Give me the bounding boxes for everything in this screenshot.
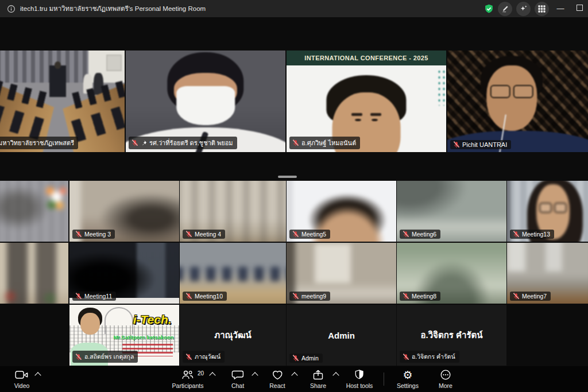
more-button[interactable]: More (439, 369, 452, 389)
video-tile-meeting9[interactable]: meeting9 (287, 243, 396, 304)
settings-label: Settings (397, 382, 419, 389)
participant-name-tag: Pichit UANTRAI (450, 140, 511, 149)
meeting-window: itech1.tru มหาวิทยาลัยราชภัฏเทพสตรี's Pe… (0, 0, 588, 392)
participant-name: Meeting10 (195, 293, 223, 300)
podium-decor (49, 65, 67, 97)
video-tile-meeting4[interactable]: Meeting 4 (180, 181, 286, 242)
lens-decor (554, 203, 567, 213)
more-label: More (439, 382, 452, 389)
shield-icon (354, 369, 365, 381)
pencil-icon (501, 5, 509, 13)
video-tile-phanuwat[interactable]: ภาณุวัฒน์ ภาณุวัฒน์ (180, 305, 286, 366)
react-menu-chevron[interactable] (291, 372, 297, 378)
react-button[interactable]: React (269, 369, 285, 389)
video-tile-conference[interactable]: INTERNATIONAL CONFERENCE - 2025 อ.ศุภวิษ… (287, 51, 446, 152)
video-tile-meeting7[interactable]: Meeting7 (507, 243, 588, 304)
video-button[interactable]: Video (14, 369, 30, 389)
video-tile-meeting10[interactable]: Meeting10 (180, 243, 286, 304)
eye-decor (355, 119, 362, 121)
participant-name-tag: Meeting7 (510, 292, 551, 301)
muted-mic-icon (75, 231, 82, 238)
video-blur-decor (0, 243, 68, 304)
annotate-button[interactable] (498, 2, 512, 16)
control-toolbar: Video Participants 20 Chat React (0, 366, 588, 392)
video-tile-meeting11[interactable]: Meeting11 (69, 243, 179, 304)
pin-icon (141, 140, 147, 146)
title-bar-right: — (484, 0, 587, 17)
video-label: Video (14, 382, 30, 389)
participant-name: Meeting6 (412, 231, 436, 238)
participant-name: Admin (301, 355, 319, 362)
muted-mic-icon (403, 231, 409, 238)
restore-button[interactable] (572, 0, 587, 17)
title-bar-left: itech1.tru มหาวิทยาลัยราชภัฏเทพสตรี's Pe… (7, 3, 206, 14)
share-button[interactable]: Share (310, 369, 326, 389)
window-decor (106, 55, 122, 71)
participant-name: Meeting11 (84, 293, 112, 300)
participants-icon (181, 369, 194, 381)
video-tile-wijitkorn[interactable]: อ.วิจิตกร คำรัตน์ อ.วิจิตกร คำรัตน์ (397, 305, 506, 366)
participant-name: meeting9 (301, 293, 326, 300)
share-menu-chevron[interactable] (332, 372, 339, 378)
muted-mic-icon (292, 293, 299, 300)
more-ellipsis-icon (440, 369, 451, 381)
gear-icon: ⚙ (403, 369, 412, 381)
itech-logo-text: i-Tech. (133, 313, 172, 327)
participants-menu-chevron[interactable] (209, 372, 215, 378)
chat-bubble-icon (231, 369, 244, 381)
muted-mic-icon (75, 293, 82, 300)
eyebrow-decor (351, 113, 362, 116)
host-tools-button[interactable]: Host tools (346, 369, 373, 389)
video-tile-partial-flowers[interactable] (0, 181, 68, 242)
video-tile-meeting5[interactable]: Meeting5 (287, 181, 396, 242)
flowers-video (0, 181, 68, 242)
eye-decor (372, 119, 378, 121)
participants-label: Participants (172, 382, 204, 389)
share-label: Share (310, 382, 326, 389)
gallery-view-button[interactable] (535, 2, 549, 16)
participant-name-tag: อ.วิจิตกร คำรัตน์ (400, 351, 459, 363)
video-tile-meeting6[interactable]: Meeting6 (397, 181, 506, 242)
video-tile-meeting8[interactable]: Meeting8 (397, 243, 506, 304)
muted-mic-icon (403, 354, 409, 360)
video-tile-meeting3[interactable]: Meeting 3 (69, 181, 179, 242)
muted-mic-icon (513, 293, 520, 300)
participant-name: มหาวิทยาลัยราชภัฏเทพสตรี (0, 138, 74, 148)
participant-name: อ.วิจิตกร คำรัตน์ (412, 352, 455, 362)
participant-name: อ.ศุภวิษฐ์ ไหมอนันต์ (301, 138, 356, 148)
participant-name: ภาณุวัฒน์ (195, 352, 220, 362)
lens-decor (490, 85, 510, 98)
pichit-video (447, 51, 588, 152)
eyeglasses-decor (490, 85, 533, 98)
participant-name-tag: Admin (289, 354, 323, 363)
lens-decor (513, 85, 533, 98)
settings-button[interactable]: ⚙ Settings (397, 369, 419, 389)
info-icon[interactable] (7, 5, 16, 13)
participant-name-tag: รศ.ว่าที่ร้อยตรี ดร.ชูชาติ พยอม (129, 137, 237, 149)
security-shield-icon[interactable] (484, 4, 494, 14)
participant-name-tag: Meeting11 (72, 292, 116, 301)
video-menu-chevron[interactable] (34, 372, 41, 378)
chat-menu-chevron[interactable] (252, 372, 258, 378)
video-tile-partial-room[interactable] (0, 243, 68, 304)
minimize-button[interactable]: — (553, 0, 568, 17)
gallery-resize-handle[interactable] (278, 176, 297, 178)
video-tile-chuchat[interactable]: รศ.ว่าที่ร้อยตรี ดร.ชูชาติ พยอม (126, 51, 285, 152)
toolbar-divider (384, 372, 384, 386)
host-tools-label: Host tools (346, 382, 373, 389)
ai-companion-button[interactable] (516, 2, 531, 16)
person-face (80, 313, 100, 335)
video-tile-admin[interactable]: Admin Admin (287, 305, 396, 366)
video-tile-pichit[interactable]: Pichit UANTRAI (447, 51, 588, 152)
participant-name-tag: อ.สถิตย์พร เกตุสกุล (72, 351, 138, 363)
participant-name-tag: Meeting10 (183, 292, 227, 301)
muted-mic-icon (131, 139, 138, 146)
participant-name: อ.สถิตย์พร เกตุสกุล (84, 352, 134, 362)
video-tile-meeting13[interactable]: Meeting13 (507, 181, 588, 242)
calendar-dots-decor (437, 69, 446, 106)
video-blur-decor (447, 51, 588, 152)
person-silhouette (55, 61, 61, 69)
chat-button[interactable]: Chat (231, 369, 244, 389)
video-tile-satitporn[interactable]: i-Tech. Mr.Satitporn ketsakoon อ.สถิตย์พ… (69, 305, 179, 366)
video-tile-classroom[interactable]: มหาวิทยาลัยราชภัฏเทพสตรี (0, 51, 125, 152)
